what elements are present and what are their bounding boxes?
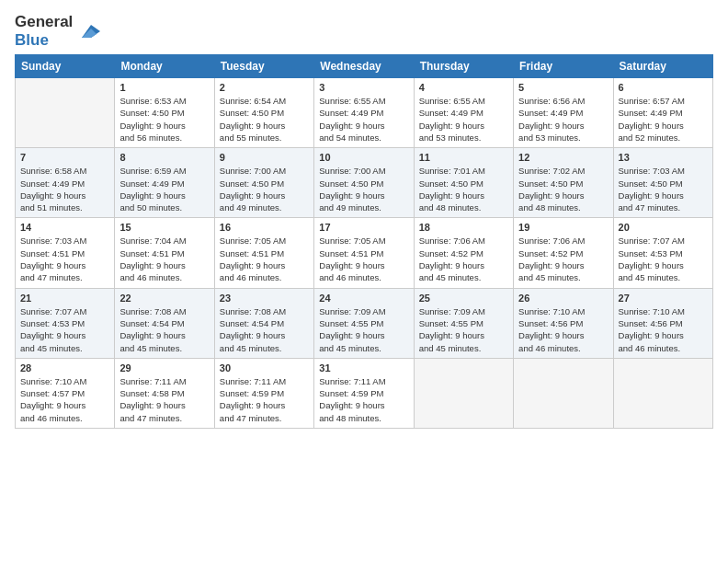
day-number: 26 [518,293,608,304]
day-info: Sunrise: 7:11 AM Sunset: 4:59 PM Dayligh… [319,375,408,424]
calendar-cell: 29Sunrise: 7:11 AM Sunset: 4:58 PM Dayli… [115,358,214,428]
calendar-cell: 28Sunrise: 7:10 AM Sunset: 4:57 PM Dayli… [16,358,115,428]
day-number: 8 [119,152,209,163]
day-info: Sunrise: 7:10 AM Sunset: 4:57 PM Dayligh… [20,375,109,424]
day-number: 7 [20,152,109,163]
calendar-cell: 13Sunrise: 7:03 AM Sunset: 4:50 PM Dayli… [613,148,712,218]
calendar-cell: 15Sunrise: 7:04 AM Sunset: 4:51 PM Dayli… [115,218,214,288]
weekday-header-thursday: Thursday [414,55,513,78]
day-info: Sunrise: 7:07 AM Sunset: 4:53 PM Dayligh… [619,235,708,283]
calendar-cell: 20Sunrise: 7:07 AM Sunset: 4:53 PM Dayli… [613,218,712,288]
calendar-cell: 31Sunrise: 7:11 AM Sunset: 4:59 PM Dayli… [314,358,414,428]
calendar-week-row: 7Sunrise: 6:58 AM Sunset: 4:49 PM Daylig… [16,148,713,218]
day-number: 27 [619,293,708,304]
day-number: 19 [518,222,608,233]
day-number: 31 [319,362,408,373]
day-info: Sunrise: 7:08 AM Sunset: 4:54 PM Dayligh… [119,305,209,354]
day-number: 10 [319,152,408,163]
day-info: Sunrise: 7:09 AM Sunset: 4:55 PM Dayligh… [319,305,408,354]
calendar-cell [613,358,712,428]
weekday-header-monday: Monday [115,55,214,78]
day-info: Sunrise: 7:07 AM Sunset: 4:53 PM Dayligh… [20,305,109,354]
day-info: Sunrise: 7:03 AM Sunset: 4:50 PM Dayligh… [619,165,708,213]
day-info: Sunrise: 7:06 AM Sunset: 4:52 PM Dayligh… [518,235,608,283]
day-number: 12 [518,152,608,163]
day-number: 24 [319,293,408,304]
calendar-cell: 7Sunrise: 6:58 AM Sunset: 4:49 PM Daylig… [16,148,115,218]
day-number: 1 [119,82,209,93]
weekday-header-wednesday: Wednesday [314,55,414,78]
day-number: 16 [220,222,309,233]
page-container: General Blue SundayMondayTuesdayWednesda… [0,0,728,438]
calendar-cell: 5Sunrise: 6:56 AM Sunset: 4:49 PM Daylig… [514,78,613,148]
calendar-cell: 9Sunrise: 7:00 AM Sunset: 4:50 PM Daylig… [214,148,313,218]
calendar-week-row: 28Sunrise: 7:10 AM Sunset: 4:57 PM Dayli… [16,358,713,428]
calendar-cell: 26Sunrise: 7:10 AM Sunset: 4:56 PM Dayli… [514,288,613,358]
logo-text: General Blue [15,13,102,49]
day-number: 14 [20,222,109,233]
day-number: 4 [419,82,508,93]
calendar-week-row: 14Sunrise: 7:03 AM Sunset: 4:51 PM Dayli… [16,218,713,288]
calendar-cell: 16Sunrise: 7:05 AM Sunset: 4:51 PM Dayli… [214,218,313,288]
day-info: Sunrise: 7:11 AM Sunset: 4:59 PM Dayligh… [220,375,309,424]
calendar-cell: 30Sunrise: 7:11 AM Sunset: 4:59 PM Dayli… [214,358,313,428]
day-info: Sunrise: 7:05 AM Sunset: 4:51 PM Dayligh… [319,235,408,283]
logo: General Blue [15,13,102,49]
day-number: 17 [319,222,408,233]
day-number: 9 [220,152,309,163]
calendar-cell: 23Sunrise: 7:08 AM Sunset: 4:54 PM Dayli… [214,288,313,358]
calendar-cell [414,358,513,428]
weekday-header-friday: Friday [514,55,613,78]
calendar-table: SundayMondayTuesdayWednesdayThursdayFrid… [15,54,713,429]
day-number: 11 [419,152,508,163]
calendar-cell: 25Sunrise: 7:09 AM Sunset: 4:55 PM Dayli… [414,288,513,358]
day-number: 25 [419,293,508,304]
calendar-cell: 8Sunrise: 6:59 AM Sunset: 4:49 PM Daylig… [115,148,214,218]
calendar-cell: 12Sunrise: 7:02 AM Sunset: 4:50 PM Dayli… [514,148,613,218]
day-number: 18 [419,222,508,233]
logo-wordmark: General Blue [15,13,73,49]
day-info: Sunrise: 7:10 AM Sunset: 4:56 PM Dayligh… [518,305,608,354]
day-info: Sunrise: 6:55 AM Sunset: 4:49 PM Dayligh… [319,95,408,144]
header: General Blue [15,9,713,49]
day-info: Sunrise: 7:11 AM Sunset: 4:58 PM Dayligh… [119,375,209,424]
logo-icon [74,17,102,45]
day-info: Sunrise: 7:00 AM Sunset: 4:50 PM Dayligh… [220,165,309,213]
day-info: Sunrise: 7:04 AM Sunset: 4:51 PM Dayligh… [119,235,209,283]
day-info: Sunrise: 6:56 AM Sunset: 4:49 PM Dayligh… [518,95,608,144]
day-info: Sunrise: 6:57 AM Sunset: 4:49 PM Dayligh… [619,95,708,144]
day-info: Sunrise: 6:55 AM Sunset: 4:49 PM Dayligh… [419,95,508,144]
day-number: 2 [220,82,309,93]
day-number: 5 [518,82,608,93]
day-info: Sunrise: 7:01 AM Sunset: 4:50 PM Dayligh… [419,165,508,213]
day-info: Sunrise: 6:53 AM Sunset: 4:50 PM Dayligh… [119,95,209,144]
day-number: 3 [319,82,408,93]
weekday-header-tuesday: Tuesday [214,55,313,78]
day-info: Sunrise: 6:58 AM Sunset: 4:49 PM Dayligh… [20,165,109,213]
weekday-header-row: SundayMondayTuesdayWednesdayThursdayFrid… [16,55,713,78]
day-info: Sunrise: 7:09 AM Sunset: 4:55 PM Dayligh… [419,305,508,354]
calendar-cell: 22Sunrise: 7:08 AM Sunset: 4:54 PM Dayli… [115,288,214,358]
calendar-cell: 19Sunrise: 7:06 AM Sunset: 4:52 PM Dayli… [514,218,613,288]
calendar-cell: 21Sunrise: 7:07 AM Sunset: 4:53 PM Dayli… [16,288,115,358]
calendar-cell: 17Sunrise: 7:05 AM Sunset: 4:51 PM Dayli… [314,218,414,288]
day-number: 13 [619,152,708,163]
day-number: 21 [20,293,109,304]
day-number: 28 [20,362,109,373]
calendar-cell [16,78,115,148]
calendar-cell [514,358,613,428]
day-info: Sunrise: 7:00 AM Sunset: 4:50 PM Dayligh… [319,165,408,213]
day-number: 22 [119,293,209,304]
calendar-week-row: 21Sunrise: 7:07 AM Sunset: 4:53 PM Dayli… [16,288,713,358]
day-info: Sunrise: 7:05 AM Sunset: 4:51 PM Dayligh… [220,235,309,283]
calendar-cell: 2Sunrise: 6:54 AM Sunset: 4:50 PM Daylig… [214,78,313,148]
weekday-header-saturday: Saturday [613,55,712,78]
day-number: 23 [220,293,309,304]
day-number: 6 [619,82,708,93]
calendar-cell: 3Sunrise: 6:55 AM Sunset: 4:49 PM Daylig… [314,78,414,148]
day-info: Sunrise: 7:03 AM Sunset: 4:51 PM Dayligh… [20,235,109,283]
day-number: 30 [220,362,309,373]
day-info: Sunrise: 6:59 AM Sunset: 4:49 PM Dayligh… [119,165,209,213]
calendar-cell: 18Sunrise: 7:06 AM Sunset: 4:52 PM Dayli… [414,218,513,288]
calendar-cell: 11Sunrise: 7:01 AM Sunset: 4:50 PM Dayli… [414,148,513,218]
